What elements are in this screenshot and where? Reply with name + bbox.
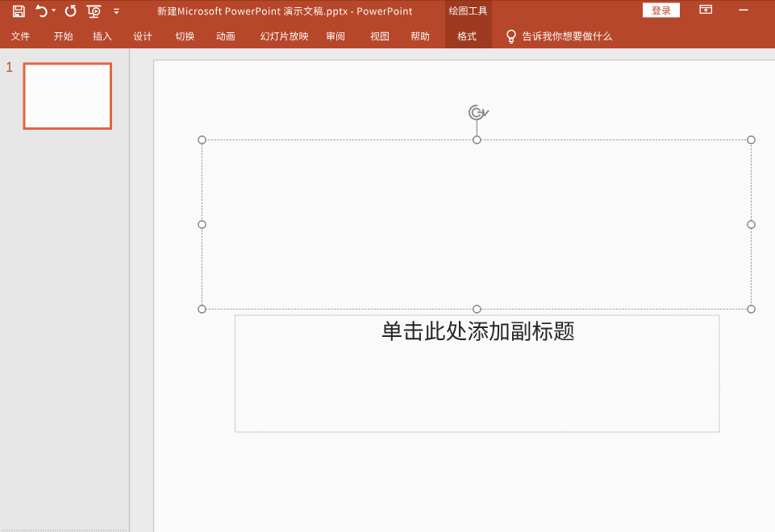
- svg-text:1: 1: [6, 60, 13, 74]
